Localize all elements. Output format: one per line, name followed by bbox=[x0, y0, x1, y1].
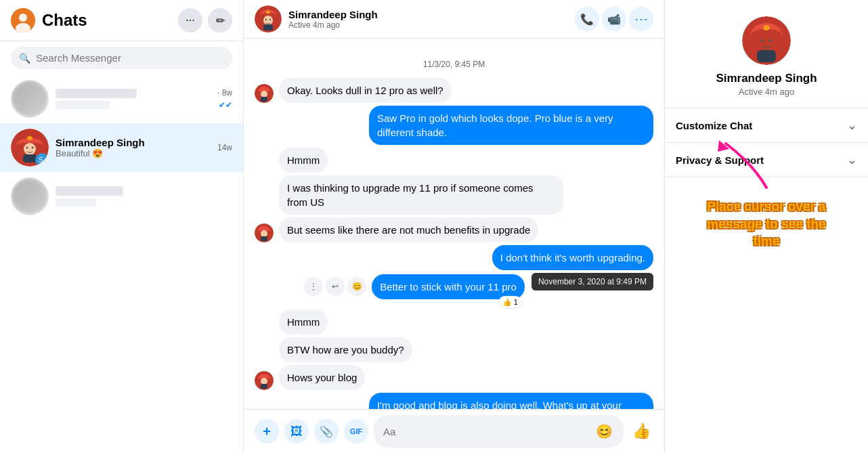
search-icon: 🔍 bbox=[19, 53, 30, 64]
gif-button[interactable]: GIF bbox=[344, 419, 368, 444]
table-row: But seems like there are not much benefi… bbox=[255, 217, 653, 242]
chat-header: Simrandeep Singh Active 4m ago 📞 📹 ⋯ bbox=[244, 0, 664, 39]
table-row: Hmmm bbox=[255, 309, 653, 335]
right-panel: Simrandeep Singh Active 4m ago Customize… bbox=[665, 0, 868, 453]
emoji-button[interactable]: 😊 bbox=[594, 420, 614, 442]
chat-preview bbox=[56, 101, 110, 109]
more-options-button[interactable]: ··· bbox=[178, 8, 202, 33]
chat-preview: Beautiful 😍 bbox=[56, 148, 217, 158]
svg-point-14 bbox=[265, 19, 267, 20]
table-row: BTW how are you buddy? bbox=[255, 337, 653, 362]
svg-point-21 bbox=[261, 230, 267, 237]
avatar bbox=[255, 371, 274, 390]
annotation: Place cursor over a message to see the t… bbox=[706, 198, 827, 250]
header-actions: 📞 📹 ⋯ bbox=[575, 7, 653, 31]
sidebar-actions: ··· ✏ bbox=[178, 8, 232, 33]
main-chat: Simrandeep Singh Active 4m ago 📞 📹 ⋯ 11/… bbox=[244, 0, 665, 453]
chat-preview bbox=[56, 198, 96, 207]
gif-icon: GIF bbox=[350, 427, 362, 435]
timestamp-tooltip: November 3, 2020 at 9:49 PM bbox=[531, 273, 653, 290]
contact-avatar bbox=[255, 5, 282, 33]
more-icon: ··· bbox=[186, 14, 194, 26]
date-label: 11/3/20, 9:45 PM bbox=[418, 60, 490, 69]
more-options-button[interactable]: ⋯ bbox=[629, 7, 653, 31]
svg-point-24 bbox=[261, 378, 267, 385]
message-input[interactable] bbox=[383, 426, 594, 437]
contact-name: Simrandeep Singh bbox=[288, 9, 575, 20]
svg-point-1 bbox=[19, 14, 27, 22]
svg-rect-19 bbox=[261, 97, 267, 102]
svg-rect-25 bbox=[261, 384, 267, 389]
message-bubble: I don't think it's worth upgrading. bbox=[492, 245, 653, 270]
table-row: Okay. Looks dull in 12 pro as well? bbox=[255, 78, 653, 103]
thumb-icon: 👍 bbox=[632, 423, 651, 439]
svg-point-4 bbox=[27, 136, 32, 140]
message-actions: ⋮ ↩ 😊 bbox=[304, 277, 366, 296]
chat-list: · 8w ✔✔ bbox=[0, 74, 243, 453]
sidebar-title: Chats bbox=[42, 11, 178, 30]
svg-point-12 bbox=[266, 11, 270, 14]
message-bubble: I'm good and blog is also doing well. Wh… bbox=[369, 393, 653, 409]
table-row: Hows your blog bbox=[255, 365, 653, 390]
search-bar: 🔍 bbox=[0, 41, 243, 74]
profile-name: Simrandeep Singh bbox=[716, 72, 817, 85]
list-item[interactable] bbox=[0, 172, 243, 221]
message-bubble: Hmmm bbox=[279, 309, 328, 335]
compose-button[interactable]: ✏ bbox=[208, 8, 232, 33]
like-button[interactable]: 👍 bbox=[629, 419, 653, 444]
message-bubble: I was thinking to upgrade my 11 pro if s… bbox=[279, 175, 563, 215]
list-item[interactable]: S Simrandeep Singh Beautiful 😍 14w bbox=[0, 123, 243, 172]
search-input[interactable] bbox=[36, 52, 224, 64]
avatar bbox=[11, 177, 49, 215]
message-bubble: Okay. Looks dull in 12 pro as well? bbox=[279, 78, 452, 103]
chevron-down-icon: ⌄ bbox=[847, 152, 857, 167]
chat-name: Simrandeep Singh bbox=[56, 137, 217, 148]
svg-rect-22 bbox=[261, 236, 267, 241]
table-row: Hmmm bbox=[255, 148, 653, 173]
customize-chat-label: Customize Chat bbox=[676, 120, 752, 131]
video-call-button[interactable]: 📹 bbox=[602, 7, 626, 31]
message-bubble: BTW how are you buddy? bbox=[279, 337, 412, 362]
phone-call-button[interactable]: 📞 bbox=[575, 7, 599, 31]
small-avatar: S bbox=[35, 153, 49, 167]
svg-point-6 bbox=[26, 147, 28, 149]
svg-point-18 bbox=[261, 91, 267, 98]
search-wrapper: 🔍 bbox=[11, 47, 232, 69]
table-row: I was thinking to upgrade my 11 pro if s… bbox=[255, 175, 653, 215]
add-button[interactable]: + bbox=[255, 419, 279, 444]
message-input-wrapper: 😊 bbox=[374, 415, 624, 448]
chat-meta: 14w bbox=[217, 143, 232, 152]
svg-point-5 bbox=[24, 143, 36, 155]
react-button[interactable]: 😊 bbox=[347, 277, 366, 296]
chat-name bbox=[56, 89, 137, 98]
table-row: I'm good and blog is also doing well. Wh… bbox=[255, 393, 653, 409]
annotation-arrow bbox=[712, 137, 780, 191]
svg-point-15 bbox=[269, 19, 271, 20]
reply-button[interactable]: ↩ bbox=[326, 277, 345, 296]
avatar bbox=[255, 84, 274, 103]
attach-button[interactable]: 📎 bbox=[314, 419, 339, 444]
table-row: ⋮ ↩ 😊 Better to stick with your 11 pro 👍… bbox=[255, 273, 653, 300]
image-button[interactable]: 🖼 bbox=[284, 419, 309, 444]
compose-icon: ✏ bbox=[216, 14, 225, 27]
more-action-button[interactable]: ⋮ bbox=[304, 277, 323, 296]
user-avatar bbox=[11, 8, 35, 33]
emoji-icon: 😊 bbox=[596, 424, 613, 439]
svg-rect-16 bbox=[263, 24, 273, 30]
chat-meta: · 8w ✔✔ bbox=[217, 88, 232, 110]
svg-point-29 bbox=[761, 39, 764, 42]
image-icon: 🖼 bbox=[290, 425, 303, 439]
svg-rect-8 bbox=[23, 154, 37, 163]
video-icon: 📹 bbox=[607, 13, 621, 26]
list-item[interactable]: · 8w ✔✔ bbox=[0, 74, 243, 123]
attach-icon: 📎 bbox=[320, 425, 333, 438]
svg-point-27 bbox=[763, 25, 770, 30]
contact-status: Active 4m ago bbox=[288, 20, 575, 30]
avatar bbox=[255, 223, 274, 242]
table-row: I don't think it's worth upgrading. bbox=[255, 245, 653, 270]
svg-point-7 bbox=[32, 147, 34, 149]
phone-icon: 📞 bbox=[580, 13, 594, 26]
message-bubble: But seems like there are not much benefi… bbox=[279, 217, 538, 242]
chat-info: Simrandeep Singh Beautiful 😍 bbox=[56, 137, 217, 158]
plus-icon: + bbox=[263, 424, 271, 439]
